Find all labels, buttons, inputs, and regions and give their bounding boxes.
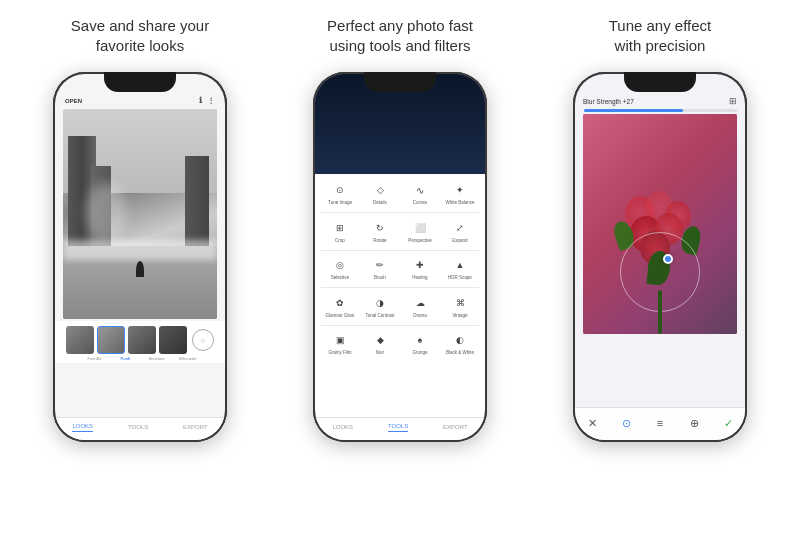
- sliders-icon[interactable]: ≡: [651, 414, 669, 432]
- hdr-icon: ▲: [452, 257, 468, 273]
- look-label-2: Structure: [143, 356, 171, 361]
- more-icon[interactable]: ⋮: [207, 96, 215, 105]
- precision-target-icon[interactable]: ⊙: [617, 414, 635, 432]
- looks-circle-btn[interactable]: ○: [192, 329, 214, 351]
- look-thumb-0[interactable]: [66, 326, 94, 354]
- confirm-icon[interactable]: ✓: [719, 414, 737, 432]
- figure-layer: [136, 261, 144, 277]
- tool-hdr-label: HDR Scape: [448, 275, 472, 280]
- tools-grid: ⊙ Tune Image ◇ Details ∿ Curves ✦ White …: [315, 174, 485, 363]
- vintage-icon: ⌘: [452, 295, 468, 311]
- tool-curves[interactable]: ∿ Curves: [401, 178, 439, 209]
- phone-screen-looks: OPEN ℹ ⋮: [55, 74, 225, 440]
- noir-icon: ◆: [372, 332, 388, 348]
- info-icon[interactable]: ℹ: [199, 96, 202, 105]
- tool-bw-label: Black & White: [446, 350, 474, 355]
- tune-image-icon: ⊙: [332, 182, 348, 198]
- tab-export-looks[interactable]: EXPORT: [183, 424, 208, 430]
- look-thumb-3[interactable]: [159, 326, 187, 354]
- tool-expand[interactable]: ⤢ Expand: [441, 216, 479, 247]
- tool-noir[interactable]: ◆ Noir: [361, 328, 399, 359]
- bottom-tabs-looks: LOOKS TOOLS EXPORT: [55, 417, 225, 441]
- tool-selective[interactable]: ◎ Selective: [321, 253, 359, 284]
- tool-selective-label: Selective: [331, 275, 349, 280]
- tool-tonal[interactable]: ◑ Tonal Contrast: [361, 291, 399, 322]
- tool-tune-label: Tune Image: [328, 200, 352, 205]
- tool-glamour[interactable]: ✿ Glamour Glow: [321, 291, 359, 322]
- looks-thumbnails: ○: [61, 326, 219, 354]
- open-button-looks[interactable]: OPEN: [65, 98, 82, 104]
- main-photo-looks: [63, 109, 217, 319]
- tool-bw[interactable]: ◐ Black & White: [441, 328, 479, 359]
- precision-dot[interactable]: [663, 254, 673, 264]
- tool-crop[interactable]: ⊞ Crop: [321, 216, 359, 247]
- tool-healing[interactable]: ✚ Healing: [401, 253, 439, 284]
- drama-icon: ☁: [412, 295, 428, 311]
- tab-tools-active[interactable]: TOOLS: [388, 423, 408, 433]
- precision-bottom-bar: ✕ ⊙ ≡ ⊕ ✓: [575, 407, 745, 440]
- tool-glamour-label: Glamour Glow: [326, 313, 355, 318]
- tool-grainy-label: Grainy Film: [328, 350, 351, 355]
- tab-export-tools[interactable]: EXPORT: [443, 424, 468, 430]
- caption-tools: Perfect any photo fastusing tools and fi…: [327, 10, 473, 62]
- tool-perspective[interactable]: ⬜ Perspective: [401, 216, 439, 247]
- phone-looks: OPEN ℹ ⋮: [53, 72, 227, 442]
- tool-brush[interactable]: ✏ Brush: [361, 253, 399, 284]
- tool-grunge[interactable]: ♠ Grunge: [401, 328, 439, 359]
- close-bottom-icon[interactable]: ✕: [583, 414, 601, 432]
- tool-vintage-label: Vintage: [452, 313, 467, 318]
- bottom-tabs-tools: LOOKS TOOLS EXPORT: [315, 417, 485, 441]
- look-label-3: Silhouette: [174, 356, 202, 361]
- look-label-1: Push: [112, 356, 140, 361]
- phone-screen-precision: Blur Strength +27 ⊞: [575, 74, 745, 440]
- tool-details-label: Details: [373, 200, 387, 205]
- caption-precision-text: Tune any effectwith precision: [609, 16, 712, 57]
- notch-precision: [624, 72, 696, 92]
- panel-tools: Perfect any photo fastusing tools and fi…: [277, 10, 523, 442]
- tab-looks-tools[interactable]: LOOKS: [332, 424, 353, 430]
- tool-grunge-label: Grunge: [412, 350, 427, 355]
- phone-screen-tools: ⊙ Tune Image ◇ Details ∿ Curves ✦ White …: [315, 74, 485, 440]
- caption-precision: Tune any effectwith precision: [609, 10, 712, 62]
- layers-icon[interactable]: ⊕: [685, 414, 703, 432]
- tool-vintage[interactable]: ⌘ Vintage: [441, 291, 479, 322]
- notch-tools: [364, 72, 436, 92]
- tab-tools-looks[interactable]: TOOLS: [128, 424, 148, 430]
- tool-drama[interactable]: ☁ Drama: [401, 291, 439, 322]
- blur-strength-label: Blur Strength +27: [583, 98, 634, 105]
- tool-expand-label: Expand: [452, 238, 467, 243]
- rotate-icon: ↻: [372, 220, 388, 236]
- panel-precision: Tune any effectwith precision Blur Stren…: [537, 10, 783, 442]
- blur-slider[interactable]: [584, 109, 737, 112]
- tool-rotate[interactable]: ↻ Rotate: [361, 216, 399, 247]
- tab-looks-underline: [72, 431, 93, 433]
- tool-curves-label: Curves: [413, 200, 427, 205]
- tool-tune-image[interactable]: ⊙ Tune Image: [321, 178, 359, 209]
- brush-icon: ✏: [372, 257, 388, 273]
- bw-icon: ◐: [452, 332, 468, 348]
- look-label-0: Fine Art: [81, 356, 109, 361]
- tool-drama-label: Drama: [413, 313, 427, 318]
- phone-precision: Blur Strength +27 ⊞: [573, 72, 747, 442]
- tool-hdr[interactable]: ▲ HDR Scape: [441, 253, 479, 284]
- layout-icon[interactable]: ⊞: [729, 96, 737, 106]
- look-thumb-2[interactable]: [128, 326, 156, 354]
- caption-looks: Save and share yourfavorite looks: [71, 10, 209, 62]
- tab-looks[interactable]: LOOKS: [72, 423, 93, 433]
- details-icon: ◇: [372, 182, 388, 198]
- tab-tools-underline: [388, 431, 408, 433]
- tools-divider-1: [321, 212, 479, 213]
- notch-looks: [104, 72, 176, 92]
- tool-brush-label: Brush: [374, 275, 386, 280]
- looks-labels-row: Fine Art Push Structure Silhouette: [61, 354, 219, 361]
- tool-white-balance[interactable]: ✦ White Balance: [441, 178, 479, 209]
- grainy-icon: ▣: [332, 332, 348, 348]
- white-balance-icon: ✦: [452, 182, 468, 198]
- tool-wb-label: White Balance: [445, 200, 474, 205]
- look-thumb-1[interactable]: [97, 326, 125, 354]
- caption-tools-text: Perfect any photo fastusing tools and fi…: [327, 16, 473, 57]
- tool-grainy[interactable]: ▣ Grainy Film: [321, 328, 359, 359]
- tool-tonal-label: Tonal Contrast: [365, 313, 394, 318]
- tonal-icon: ◑: [372, 295, 388, 311]
- tool-details[interactable]: ◇ Details: [361, 178, 399, 209]
